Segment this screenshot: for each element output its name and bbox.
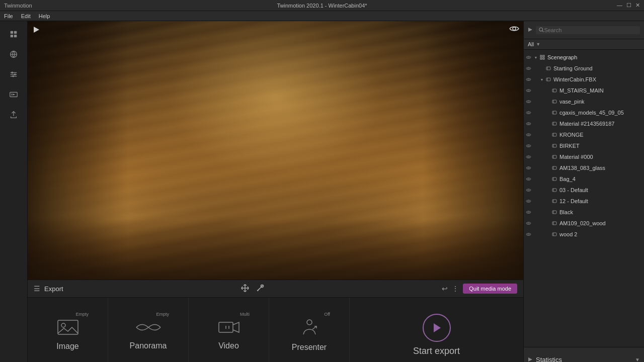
tree-node-icon <box>551 164 558 171</box>
tree-row[interactable]: ▼Scenegraph <box>524 52 644 63</box>
svg-point-58 <box>528 134 529 136</box>
tree-label: Scenegraph <box>547 54 577 60</box>
svg-marker-32 <box>528 28 532 32</box>
svg-rect-44 <box>546 78 550 81</box>
tree-eye-icon[interactable] <box>524 207 533 218</box>
tree-arrow-icon[interactable]: ▼ <box>539 76 545 82</box>
tree-eye-icon[interactable] <box>524 229 533 240</box>
tree-row[interactable]: AM138_083_glass <box>524 162 644 173</box>
svg-point-79 <box>528 212 529 213</box>
move-icon[interactable] <box>240 284 250 294</box>
tree-label: Material #000 <box>559 154 593 160</box>
tree-row[interactable]: ▼WinterCabin.FBX <box>524 74 644 85</box>
viewport-play-button[interactable] <box>32 25 41 37</box>
all-label: All <box>528 41 534 47</box>
tree-eye-icon[interactable] <box>524 52 533 63</box>
sidebar-media-icon[interactable] <box>5 85 23 104</box>
export-video-item[interactable]: Multi Video More <box>189 298 269 362</box>
sidebar-scene-icon[interactable] <box>5 45 23 63</box>
menu-help[interactable]: Help <box>39 13 50 19</box>
sidebar-export-icon[interactable] <box>5 106 23 124</box>
statistics-area[interactable]: Statistics ▼ <box>524 347 644 362</box>
menu-file[interactable]: File <box>4 13 13 19</box>
titlebar-left: Twinmotion <box>4 3 32 9</box>
more-dots-icon[interactable]: ⋮ <box>452 285 459 293</box>
tree-row[interactable]: KRONGE <box>524 129 644 140</box>
quit-media-button[interactable]: Quit media mode <box>463 284 517 294</box>
tree-row[interactable]: Bag_4 <box>524 173 644 185</box>
tree-row[interactable]: BIRKET <box>524 140 644 151</box>
tree-label: wood 2 <box>559 231 577 237</box>
pin-icon[interactable] <box>256 284 265 294</box>
tree-row[interactable]: Material #2143569187 <box>524 118 644 129</box>
tree-row[interactable]: Starting Ground <box>524 63 644 74</box>
tree-eye-icon[interactable] <box>524 85 533 96</box>
undo-icon[interactable]: ↩ <box>442 285 448 293</box>
svg-rect-37 <box>543 55 544 57</box>
svg-rect-80 <box>552 211 556 214</box>
sidebar-adjust-icon[interactable] <box>5 65 23 83</box>
tree-eye-icon[interactable] <box>524 185 533 196</box>
export-presenter-item[interactable]: Off Presenter More <box>269 298 350 362</box>
tree-row[interactable]: 12 - Default <box>524 196 644 207</box>
svg-rect-24 <box>58 320 78 334</box>
statistics-arrow-icon: ▼ <box>635 357 640 362</box>
svg-point-29 <box>307 320 312 325</box>
tree-eye-icon[interactable] <box>524 118 533 129</box>
sidebar-import-icon[interactable] <box>5 25 23 43</box>
search-play-icon[interactable] <box>528 27 533 34</box>
viewport-eye-button[interactable] <box>509 25 519 34</box>
titlebar: Twinmotion Twinmotion 2020.1 - WinterCab… <box>0 0 644 11</box>
video-label: Video <box>218 341 239 350</box>
svg-point-33 <box>539 28 543 31</box>
tree-row[interactable]: 03 - Default <box>524 185 644 196</box>
maximize-button[interactable]: ☐ <box>626 2 631 9</box>
svg-marker-31 <box>434 323 441 332</box>
export-panorama-item[interactable]: Empty Panorama More <box>108 298 189 362</box>
tree-eye-icon[interactable] <box>524 173 533 185</box>
panorama-label: Panorama <box>130 341 167 350</box>
svg-rect-56 <box>552 122 556 125</box>
tree-eye-icon[interactable] <box>524 162 533 173</box>
svg-point-82 <box>528 223 529 224</box>
tree-eye-icon[interactable] <box>524 63 533 74</box>
export-image-item[interactable]: Empty Image More <box>28 298 108 362</box>
close-button[interactable]: ✕ <box>635 2 640 9</box>
tree-eye-icon[interactable] <box>524 74 533 85</box>
tree-eye-icon[interactable] <box>524 140 533 151</box>
tree-eye-icon[interactable] <box>524 96 533 107</box>
menu-edit[interactable]: Edit <box>21 13 31 19</box>
svg-line-30 <box>312 326 316 329</box>
tree-eye-icon[interactable] <box>524 151 533 162</box>
search-icon <box>539 27 544 33</box>
export-menu-icon[interactable]: ☰ <box>34 285 40 293</box>
tree-row[interactable]: Black <box>524 207 644 218</box>
viewport[interactable] <box>28 21 523 280</box>
tree-row[interactable]: wood 2 <box>524 229 644 240</box>
minimize-button[interactable]: — <box>617 2 622 9</box>
all-dropdown[interactable]: All ▼ <box>524 39 644 50</box>
start-export-icon <box>423 314 451 342</box>
search-input[interactable] <box>544 27 637 33</box>
tree-row[interactable]: cgaxis_models_45_09_05 <box>524 107 644 118</box>
tree-row[interactable]: vase_pink <box>524 96 644 107</box>
tree-eye-icon[interactable] <box>524 107 533 118</box>
tree-row[interactable]: M_STAIRS_MAIN <box>524 85 644 96</box>
tree-arrow-icon[interactable]: ▼ <box>533 54 539 60</box>
tree-row[interactable]: AM109_020_wood <box>524 218 644 229</box>
start-export-item[interactable]: Start export <box>350 298 523 362</box>
svg-rect-47 <box>552 89 556 92</box>
tree-eye-icon[interactable] <box>524 196 533 207</box>
tree-label: WinterCabin.FBX <box>553 76 596 82</box>
image-badge: Empty <box>75 312 89 317</box>
tree-row[interactable]: Material #000 <box>524 151 644 162</box>
tree-label: cgaxis_models_45_09_05 <box>559 110 624 116</box>
tree-eye-icon[interactable] <box>524 129 533 140</box>
tree-node-icon <box>545 65 552 72</box>
video-export-icon <box>218 320 240 336</box>
statistics-play-icon[interactable] <box>528 356 533 363</box>
tree-label: BIRKET <box>559 143 580 149</box>
tree-eye-icon[interactable] <box>524 218 533 229</box>
export-toolbar-center <box>67 284 438 294</box>
tree-node-icon <box>551 187 558 194</box>
